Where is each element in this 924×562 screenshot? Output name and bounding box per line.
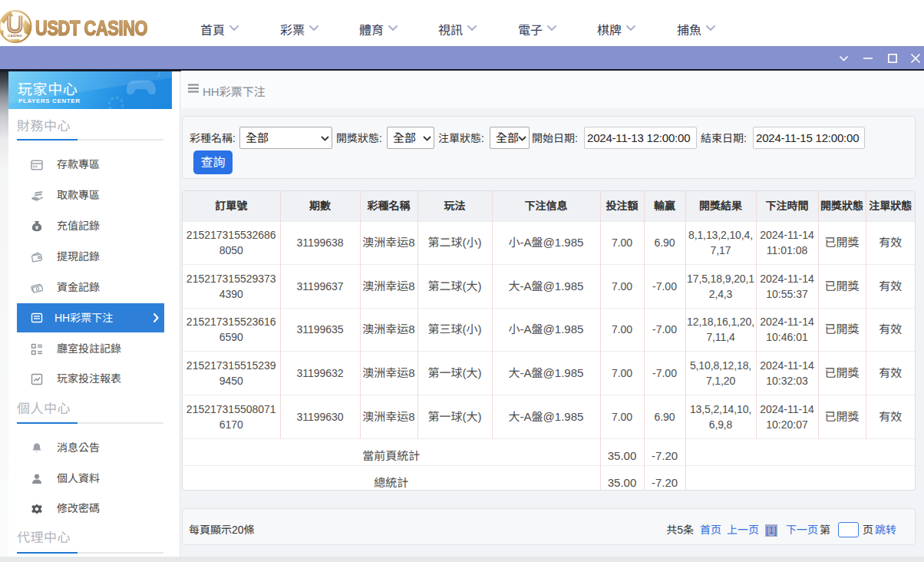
svg-text:¥: ¥ (35, 224, 39, 231)
svg-text:CASINO: CASINO (8, 34, 22, 38)
